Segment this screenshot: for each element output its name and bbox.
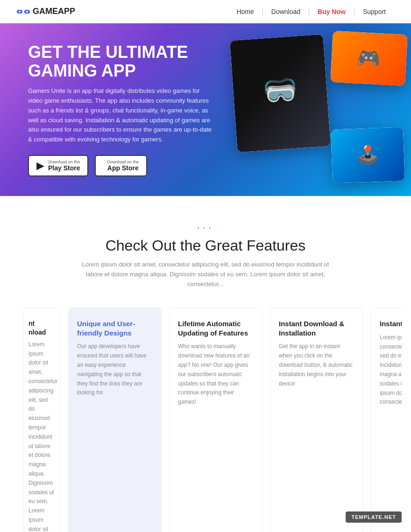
hero-section: GET THE ULTIMATE GAMING APP Gamers Unite…	[0, 23, 411, 196]
logo[interactable]: GAMEAPP	[17, 7, 75, 16]
nav-home[interactable]: Home	[228, 8, 262, 15]
feature-instant-install-title: Instant Download & Installation	[279, 319, 354, 337]
appstore-big: App Store	[107, 164, 139, 172]
feature-card-unique-designs: Unique and User-friendly Designs Our app…	[68, 308, 162, 532]
feature-instant-download-title: Instant Download	[380, 319, 402, 329]
feature-partial-left-body: Lorem ipsum dolor sit amet, consectetur …	[28, 340, 56, 532]
playstore-small: Download on the	[48, 160, 80, 164]
feature-unique-body: Our app developers have ensured that use…	[77, 342, 153, 398]
logo-icon	[17, 8, 30, 15]
svg-point-2	[19, 11, 21, 13]
feature-partial-left-title: ntnload	[28, 319, 56, 336]
android-icon: ▶	[36, 160, 44, 172]
playstore-button[interactable]: ▶ Download on the Play Store	[28, 155, 88, 176]
svg-point-3	[26, 11, 28, 13]
navbar: GAMEAPP Home Download Buy Now Support	[0, 0, 411, 23]
playstore-big: Play Store	[48, 164, 80, 172]
feature-unique-title: Unique and User-friendly Designs	[77, 319, 153, 337]
feature-lifetime-title: Lifetime Automatic Updating of Features	[178, 319, 254, 337]
features-dots: ...	[14, 219, 397, 231]
feature-card-lifetime: Lifetime Automatic Updating of Features …	[169, 308, 262, 532]
hero-description: Gamers Unite is an app that digitally di…	[28, 86, 215, 145]
hero-title: GET THE ULTIMATE GAMING APP	[28, 43, 215, 80]
features-title: Check Out the Great Features	[14, 237, 397, 254]
controller-photo	[331, 127, 405, 183]
appstore-button[interactable]: Download on the App Store	[95, 155, 147, 176]
logo-text: GAMEAPP	[33, 7, 75, 16]
feature-instant-install-body: Get the app in an instant when you click…	[279, 342, 354, 388]
hero-images	[206, 23, 411, 196]
hero-content: GET THE ULTIMATE GAMING APP Gamers Unite…	[0, 43, 215, 176]
nav-buynow[interactable]: Buy Now	[309, 8, 354, 15]
hero-buttons: ▶ Download on the Play Store Download on…	[28, 155, 215, 176]
vr-photo	[230, 34, 331, 152]
gaming-photo	[330, 31, 408, 86]
feature-lifetime-body: Who wants to manually download new featu…	[178, 342, 254, 407]
feature-card-instant-download: Instant Download Lorem ipsum dolor sit a…	[371, 308, 402, 532]
feature-card-instant-install: Instant Download & Installation Get the …	[270, 308, 363, 532]
features-section: ... Check Out the Great Features Lorem i…	[0, 196, 411, 532]
nav-links: Home Download Buy Now Support	[228, 8, 394, 15]
nav-download[interactable]: Download	[263, 8, 309, 15]
template-badge: TEMPLATE.NET	[346, 511, 402, 523]
feature-instant-download-body: Lorem ipsum dolor sit amet, consectetur …	[380, 333, 402, 407]
features-inner: ntnload Lorem ipsum dolor sit amet, cons…	[9, 308, 402, 532]
appstore-small: Download on the	[107, 160, 139, 164]
feature-card-partial-left: ntnload Lorem ipsum dolor sit amet, cons…	[23, 308, 61, 532]
features-subtitle: Lorem ipsum dolor sit amet, consectetur …	[79, 260, 332, 289]
hero-card-controller	[331, 127, 405, 183]
nav-support[interactable]: Support	[354, 8, 394, 15]
features-grid: ntnload Lorem ipsum dolor sit amet, cons…	[9, 308, 402, 532]
hero-card-gaming	[330, 31, 408, 86]
hero-card-vr	[230, 34, 331, 152]
